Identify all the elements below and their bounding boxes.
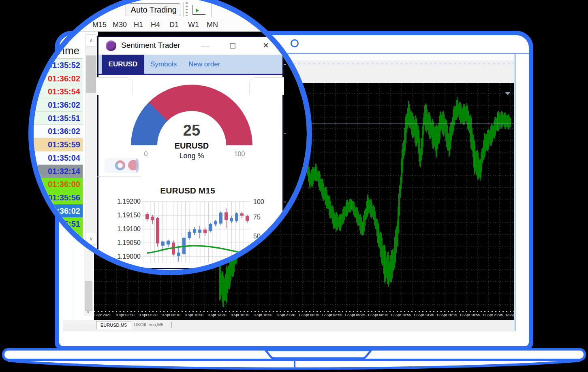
time-row[interactable]: 01:35:59 [34, 138, 83, 151]
time-row[interactable]: 01:36:02 [34, 204, 83, 218]
mini-axis-label: 1.19150 [106, 212, 141, 219]
mini-chart-canvas [142, 198, 251, 270]
timeframe-m30[interactable]: M30 [113, 18, 127, 32]
gauge-min-label: 0 [139, 151, 153, 158]
time-scrollbar[interactable]: ∧ ∨ [86, 34, 96, 246]
timeframe-d1[interactable]: D1 [169, 18, 179, 32]
time-axis-label: 9 Apr 10:50 [185, 313, 203, 317]
time-row[interactable]: 01:36:00 [34, 178, 83, 191]
time-axis-label: 9 Apr 18:50 [254, 313, 272, 317]
tab-separator [171, 322, 172, 328]
time-row[interactable]: 01:35:51 [34, 112, 83, 125]
time-row[interactable]: 01:32:14 [34, 165, 83, 178]
gauge-symbol: EURUSD [131, 141, 252, 151]
time-axis-ticks [94, 311, 514, 312]
time-axis-label: 12 Apr 05:35 [344, 313, 365, 317]
window-nav-bar: EURUSDSymbolsNew order [98, 55, 282, 75]
screenshot-stage: ∨ 9 Apr 20219 Apr 02:509 Apr 05:309 Apr … [0, 0, 588, 372]
time-axis-label: 12 Apr 13:35 [413, 313, 434, 317]
time-axis-label: 9 Apr 16:10 [231, 313, 249, 317]
panel-scrollbar-thumb[interactable] [85, 281, 92, 311]
time-column-panel: × Time ∧ ∨ 01:35:5201:36:0201:35:5401:36… [34, 34, 96, 253]
webcam-icon [291, 39, 299, 47]
time-axis-label: 12 Apr 18:55 [460, 313, 480, 317]
time-axis-label: 12 Apr 02:55 [321, 313, 342, 317]
tab-new-order[interactable]: New order [188, 55, 222, 74]
time-row[interactable]: 01:35:54 [34, 85, 83, 98]
scroll-up-icon[interactable]: ∧ [86, 34, 96, 47]
chart-tab-bar: EURUSD,M5UKOIL.ecn,M5 [94, 320, 514, 332]
mini-gauge-icon [115, 160, 125, 170]
mt4-toolbar: Auto Trading [34, 0, 307, 19]
toolbar-separator [183, 2, 184, 17]
minimize-button[interactable]: — [199, 40, 211, 51]
time-axis-label: 9 Apr 13:30 [207, 313, 226, 317]
time-axis-label: 12 Apr 16:15 [436, 313, 457, 317]
toolbar-grip-icon[interactable] [186, 2, 188, 16]
chart-tab-eurusd-m5[interactable]: EURUSD,M5 [96, 321, 131, 329]
panel-column-divider [74, 240, 74, 321]
timeframe-h4[interactable]: H4 [151, 18, 160, 32]
gauge-value: 25 [131, 122, 252, 139]
close-button[interactable]: × [260, 39, 272, 51]
mini-axis-label: 1.19050 [106, 239, 141, 247]
time-axis-label: 12 Apr 08:15 [368, 313, 388, 317]
tab-symbols[interactable]: Symbols [150, 55, 179, 74]
mini-axis-right-label: 100 [253, 198, 271, 206]
magnifier-circle: Auto Trading M15M30H1H4D1W1MN × Time ∧ ∨… [28, 0, 312, 275]
gauge-max-label: 100 [231, 151, 248, 158]
mini-axis-label: 1.19200 [106, 198, 141, 205]
time-row[interactable]: 01:35:52 [34, 59, 83, 72]
panel-scroll-down-icon[interactable]: ∨ [84, 309, 92, 316]
chart-tab-ukoil-ecn-m5[interactable]: UKOIL.ecn,M5 [130, 321, 167, 329]
time-axis-label: 9 Apr 2021 [94, 313, 111, 317]
divider-line [97, 176, 141, 176]
card-corner-left [96, 77, 133, 95]
laptop-base [0, 346, 588, 372]
sentiment-trader-window: Sentiment Trader — × EURUSDSymbolsNew or… [97, 36, 284, 269]
mini-widget-card [105, 158, 139, 173]
time-axis-label: 12 Apr 00:15 [299, 313, 319, 317]
mini-axis-label: 1.19000 [106, 253, 141, 260]
time-axis-label: 9 Apr 08:10 [162, 313, 180, 317]
time-row-list: 01:35:5201:36:0201:35:5401:36:0201:35:51… [34, 59, 83, 244]
time-axis-labels: 9 Apr 20219 Apr 02:509 Apr 05:309 Apr 08… [94, 313, 514, 319]
auto-trading-button[interactable]: Auto Trading [126, 3, 180, 16]
panel-hscrollbar[interactable] [63, 320, 94, 324]
window-title-bar[interactable]: Sentiment Trader — × [98, 37, 282, 55]
mini-axis-right-label: 75 [253, 214, 271, 221]
card-corner-right [249, 77, 284, 95]
timeframe-separator [221, 20, 221, 30]
time-row[interactable]: 01:36:02 [34, 72, 83, 85]
timeframe-m15[interactable]: M15 [92, 18, 107, 32]
time-row[interactable]: 01:35:04 [34, 151, 83, 165]
timeframe-mn[interactable]: MN [207, 18, 218, 32]
window-title: Sentiment Trader [121, 41, 180, 50]
timeframe-w1[interactable]: W1 [188, 18, 199, 32]
time-row[interactable]: 01:36:02 [34, 98, 83, 112]
scroll-down-icon[interactable]: ∨ [86, 233, 96, 245]
mini-axis-label: 1.19100 [106, 225, 141, 233]
time-axis-label: 9 Apr 21:30 [277, 313, 295, 317]
time-row[interactable]: 01:35:56 [34, 191, 83, 204]
timeframe-bar: M15M30H1H4D1W1MN [34, 18, 307, 32]
maximize-button[interactable] [230, 43, 235, 49]
timeframe-h1[interactable]: H1 [134, 18, 143, 32]
time-row[interactable]: 01:36:02 [34, 125, 83, 138]
toolbar-separator [211, 2, 212, 17]
tab-eurusd[interactable]: EURUSD [102, 55, 144, 74]
time-axis-label: 12 Apr 10:55 [391, 313, 411, 317]
mini-card-edge [136, 158, 139, 173]
time-scrollbar-thumb[interactable] [86, 55, 96, 93]
time-axis-label: 9 Apr 05:30 [139, 313, 157, 317]
time-axis-label: 13 Apr 00:15 [505, 313, 514, 317]
mini-chart-title: EURUSD M15 [98, 186, 277, 196]
app-logo-icon [106, 40, 116, 51]
time-axis-label: 9 Apr 02:50 [116, 313, 135, 317]
time-axis-label: 12 Apr 21:35 [482, 313, 503, 317]
crosshair-axes-icon[interactable] [192, 5, 205, 15]
